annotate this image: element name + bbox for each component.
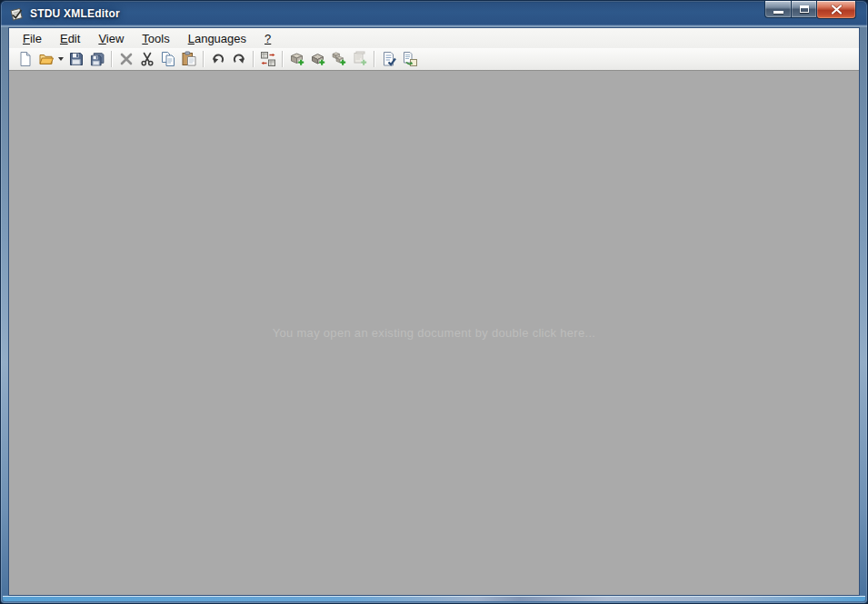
export-document-icon — [402, 51, 418, 67]
menu-view[interactable]: View — [91, 30, 131, 47]
close-icon — [831, 5, 843, 15]
minimize-button[interactable] — [764, 1, 791, 18]
open-dropdown-arrow[interactable] — [56, 49, 65, 69]
copy-icon — [160, 51, 176, 67]
undo-icon — [210, 51, 226, 67]
minimize-icon — [773, 11, 783, 14]
stdu-xmleditor-icon — [9, 6, 24, 21]
new-document-button[interactable] — [15, 49, 35, 69]
title-bar[interactable]: STDU XMLEditor — [1, 1, 867, 27]
redo-button[interactable] — [228, 49, 249, 69]
menu-file[interactable]: File — [15, 30, 49, 47]
toolbar-separator — [111, 51, 112, 67]
cut-icon — [139, 51, 155, 67]
client-area: File Edit View Tools Languages ? — [8, 27, 860, 596]
toolbar — [9, 48, 859, 71]
menu-bar: File Edit View Tools Languages ? — [9, 28, 859, 48]
add-child-node-button[interactable] — [307, 49, 328, 69]
open-document-icon — [38, 51, 55, 67]
close-button[interactable] — [816, 1, 856, 19]
add-child-node-icon — [310, 51, 326, 67]
window-title: STDU XMLEditor — [30, 7, 120, 20]
maximize-button[interactable] — [791, 1, 816, 18]
cut-button[interactable] — [136, 49, 157, 69]
menu-edit[interactable]: Edit — [53, 30, 87, 47]
add-node-button[interactable] — [286, 49, 307, 69]
export-document-button[interactable] — [399, 49, 420, 69]
new-document-icon — [17, 51, 34, 67]
paste-button[interactable] — [178, 49, 199, 69]
menu-tools[interactable]: Tools — [135, 30, 176, 47]
app-window: STDU XMLEditor File Edit View Tools — [0, 0, 868, 604]
save-all-button[interactable] — [86, 49, 107, 69]
add-sibling-node-button[interactable] — [328, 49, 349, 69]
window-bottom-glass — [3, 596, 865, 601]
add-node-icon — [289, 51, 305, 67]
exchange-nodes-icon — [260, 51, 276, 67]
maximize-icon — [800, 5, 809, 13]
save-all-icon — [89, 51, 105, 67]
copy-button[interactable] — [157, 49, 178, 69]
menu-languages[interactable]: Languages — [181, 30, 254, 47]
delete-icon — [118, 51, 135, 67]
open-document-button[interactable] — [35, 49, 56, 69]
open-document-hint: You may open an existing document by dou… — [273, 326, 596, 340]
validate-document-icon — [381, 51, 397, 67]
open-dropdown-arrow-icon — [58, 57, 64, 61]
toolbar-separator — [374, 51, 374, 67]
delete-button[interactable] — [115, 49, 136, 69]
exchange-nodes-button[interactable] — [257, 49, 278, 69]
window-controls — [764, 1, 856, 19]
toolbar-separator — [282, 51, 283, 67]
toolbar-separator — [253, 51, 254, 67]
add-attribute-button[interactable] — [349, 49, 370, 69]
add-attribute-icon — [352, 51, 368, 67]
save-button[interactable] — [65, 49, 86, 69]
redo-icon — [231, 51, 247, 67]
title-group: STDU XMLEditor — [9, 6, 120, 21]
toolbar-separator — [203, 51, 204, 67]
menu-help[interactable]: ? — [257, 30, 278, 47]
add-sibling-node-icon — [331, 51, 347, 67]
save-icon — [68, 51, 85, 67]
undo-button[interactable] — [207, 49, 228, 69]
document-workspace[interactable]: You may open an existing document by dou… — [9, 71, 859, 595]
paste-icon — [181, 51, 197, 67]
validate-document-button[interactable] — [378, 49, 399, 69]
